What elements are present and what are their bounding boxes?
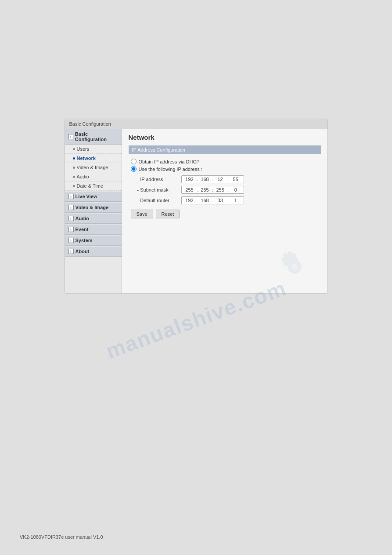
audio-top-icon: i xyxy=(68,216,74,221)
sidebar-item-users[interactable]: Users xyxy=(65,145,122,154)
sidebar-item-audio-top[interactable]: i Audio xyxy=(65,214,122,224)
subnet-octet-3[interactable] xyxy=(214,187,227,192)
audio-top-label: Audio xyxy=(76,216,89,221)
network-bullet xyxy=(73,157,75,160)
page-wrapper: Basic Configuration i Basic Configuratio… xyxy=(0,0,392,555)
sidebar-item-network[interactable]: Network xyxy=(65,154,122,163)
video-image-bullet xyxy=(73,167,75,169)
video-image-top-label: Video & Image xyxy=(76,205,109,210)
users-label: Users xyxy=(77,146,90,152)
ip-address-label: - IP address xyxy=(137,177,181,182)
sidebar-item-event[interactable]: i Event xyxy=(65,225,122,235)
ip-fields: - IP address . . . - Subne xyxy=(129,175,321,204)
sidebar-item-about[interactable]: i About xyxy=(65,247,122,257)
subnet-octet-1[interactable] xyxy=(183,187,196,192)
network-label: Network xyxy=(77,156,96,161)
about-label: About xyxy=(76,249,90,254)
sidebar-item-video-image[interactable]: Video & Image xyxy=(65,163,122,172)
subnet-octet-2[interactable] xyxy=(199,187,211,192)
basic-config-icon: i xyxy=(68,134,73,139)
save-button[interactable]: Save xyxy=(131,210,153,218)
reset-button[interactable]: Reset xyxy=(156,210,180,218)
ip-octet-1[interactable] xyxy=(183,177,196,182)
sidebar-section-video-image-top: i Video & Image xyxy=(65,203,122,213)
radio-static-label: Use the following IP address : xyxy=(139,167,202,172)
live-view-label: Live View xyxy=(76,194,97,199)
users-bullet xyxy=(73,148,75,150)
main-panel: Basic Configuration i Basic Configuratio… xyxy=(65,119,328,294)
router-octet-4[interactable] xyxy=(230,198,242,203)
ip-octet-2[interactable] xyxy=(199,177,211,182)
basic-config-label: Basic Configuration xyxy=(75,131,118,142)
subnet-mask-row: - Subnet mask . . . xyxy=(137,186,321,194)
event-icon: i xyxy=(68,227,74,232)
sidebar: i Basic Configuration Users Network xyxy=(65,129,122,293)
ip-dot-1: . xyxy=(196,177,198,182)
subnet-mask-label: - Subnet mask xyxy=(137,187,181,192)
sidebar-section-system: i System xyxy=(65,236,122,246)
sidebar-item-audio[interactable]: Audio xyxy=(65,172,122,181)
gear-watermark-icon xyxy=(277,249,312,284)
subnet-dot-1: . xyxy=(196,187,198,192)
panel-title-bar: Basic Configuration xyxy=(65,119,327,129)
radio-item-static[interactable]: Use the following IP address : xyxy=(131,166,321,172)
sidebar-item-system[interactable]: i System xyxy=(65,236,122,246)
ip-dot-2: . xyxy=(212,177,214,182)
sidebar-item-date-time[interactable]: Date & Time xyxy=(65,181,122,191)
sidebar-item-video-image-top[interactable]: i Video & Image xyxy=(65,203,122,213)
gear-area xyxy=(129,218,321,289)
about-icon: i xyxy=(68,249,74,254)
ip-octet-3[interactable] xyxy=(214,177,227,182)
router-dot-2: . xyxy=(212,198,214,203)
ip-address-row: - IP address . . . xyxy=(137,175,321,183)
content-area: Network IP Address Configuration Obtain … xyxy=(122,129,327,293)
subnet-mask-input-group[interactable]: . . . xyxy=(181,186,244,194)
system-label: System xyxy=(76,238,93,243)
sidebar-section-live-view: i Live View xyxy=(65,192,122,202)
sidebar-item-basic-configuration[interactable]: i Basic Configuration xyxy=(65,129,122,145)
panel-title: Basic Configuration xyxy=(69,121,111,127)
sidebar-section-about: i About xyxy=(65,247,122,257)
subnet-dot-2: . xyxy=(212,187,214,192)
radio-static[interactable] xyxy=(131,166,137,172)
router-octet-3[interactable] xyxy=(214,198,227,203)
audio-bullet xyxy=(73,176,75,178)
sidebar-section-audio-top: i Audio xyxy=(65,214,122,224)
default-router-row: - Default router . . . xyxy=(137,196,321,204)
live-view-icon: i xyxy=(68,194,74,199)
section-header-ip: IP Address Configuration xyxy=(129,145,321,154)
radio-dhcp-label: Obtain IP address via DHCP xyxy=(139,159,200,164)
video-image-label: Video & Image xyxy=(77,165,108,170)
radio-item-dhcp[interactable]: Obtain IP address via DHCP xyxy=(131,159,321,164)
ip-octet-4[interactable] xyxy=(230,177,242,182)
router-dot-3: . xyxy=(227,198,229,203)
svg-point-1 xyxy=(291,264,297,270)
subnet-dot-3: . xyxy=(227,187,229,192)
audio-label: Audio xyxy=(77,174,89,179)
sidebar-section-basic: i Basic Configuration Users Network xyxy=(65,129,122,191)
page-title: Network xyxy=(129,134,321,141)
date-time-bullet xyxy=(73,185,75,187)
radio-dhcp[interactable] xyxy=(131,159,137,164)
subnet-octet-4[interactable] xyxy=(230,187,242,192)
ip-address-input-group[interactable]: . . . xyxy=(181,175,244,183)
panel-body: i Basic Configuration Users Network xyxy=(65,129,327,293)
default-router-input-group[interactable]: . . . xyxy=(181,196,244,204)
system-icon: i xyxy=(68,238,74,243)
router-octet-2[interactable] xyxy=(199,198,211,203)
ip-dot-3: . xyxy=(227,177,229,182)
default-router-label: - Default router xyxy=(137,198,181,203)
button-row: Save Reset xyxy=(129,210,321,218)
radio-group-ip: Obtain IP address via DHCP Use the follo… xyxy=(129,159,321,172)
date-time-label: Date & Time xyxy=(77,183,104,189)
video-image-top-icon: i xyxy=(68,205,74,210)
router-dot-1: . xyxy=(196,198,198,203)
router-octet-1[interactable] xyxy=(183,198,196,203)
event-label: Event xyxy=(76,227,89,232)
sidebar-item-live-view[interactable]: i Live View xyxy=(65,192,122,202)
footer-note: VK2-1080VFDIR37e user manual V1.0 xyxy=(20,534,103,540)
sidebar-section-event: i Event xyxy=(65,225,122,235)
sidebar-sub-items-basic: Users Network Video & Image Audio xyxy=(65,145,122,191)
